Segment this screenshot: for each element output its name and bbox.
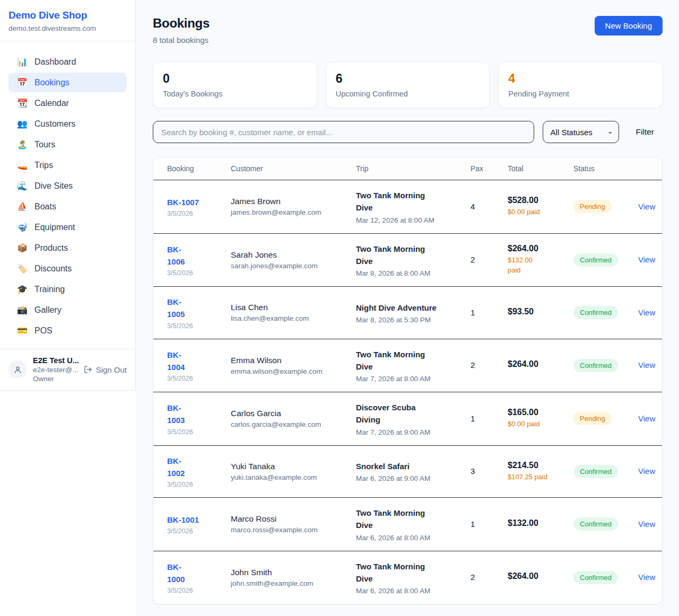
status-badge: Confirmed — [573, 253, 618, 267]
filter-button[interactable]: Filter — [628, 127, 663, 137]
sidebar-item-label: Boats — [34, 202, 56, 212]
sidebar-item-bookings[interactable]: 📅 Bookings — [8, 73, 127, 92]
customer-email: carlos.garcia@example.com — [231, 420, 347, 428]
view-link[interactable]: View — [638, 520, 655, 529]
booking-id-link[interactable]: BK-1001 — [167, 514, 222, 526]
user-panel: E2E Test U... e2e-tester@... Owner Sign … — [0, 349, 135, 390]
app-root: Demo Dive Shop demo.test.divestreams.com… — [0, 0, 679, 616]
trip-name: Snorkel Safari — [356, 460, 462, 472]
credit-card-icon: 💳 — [17, 325, 28, 336]
total-amount: $93.50 — [508, 307, 565, 316]
col-header-customer: Customer — [227, 157, 352, 180]
status-badge: Pending — [573, 200, 612, 213]
graduation-cap-icon: 🎓 — [17, 284, 28, 294]
sidebar-item-gallery[interactable]: 📸 Gallery — [8, 300, 127, 320]
table-row: BK-10073/5/2026 James Brownjames.brown@e… — [153, 180, 662, 234]
total-amount: $165.00 — [508, 408, 565, 417]
booking-id-link[interactable]: BK- 1000 — [167, 561, 222, 586]
sidebar-item-label: Customers — [34, 119, 75, 129]
sidebar-item-label: Discounts — [34, 264, 72, 274]
package-icon: 📦 — [17, 243, 28, 253]
booking-date: 3/5/2026 — [167, 210, 222, 217]
customer-name: Sarah Jones — [231, 250, 347, 260]
trip-name: Discover Scuba Diving — [356, 401, 462, 426]
status-badge: Confirmed — [573, 465, 618, 478]
customer-email: emma.wilson@example.com — [231, 367, 347, 375]
bookings-table: Booking Customer Trip Pax Total Status B… — [153, 157, 662, 604]
status-filter-select[interactable]: All Statuses — [543, 121, 619, 143]
user-meta: E2E Test U... e2e-tester@... Owner — [33, 356, 77, 383]
customer-email: james.brown@example.com — [231, 208, 347, 216]
tag-icon: 🏷️ — [17, 263, 28, 274]
sidebar-item-calendar[interactable]: 📆 Calendar — [8, 93, 127, 113]
page-header: Bookings 8 total bookings New Booking — [153, 16, 663, 45]
table-row: BK- 10023/5/2026 Yuki Tanakayuki.tanaka@… — [153, 445, 662, 498]
sailboat-icon: ⛵ — [17, 201, 28, 212]
trip-name: Night Dive Adventure — [356, 302, 462, 314]
sidebar-item-discounts[interactable]: 🏷️ Discounts — [8, 259, 127, 278]
customers-icon: 👥 — [17, 119, 28, 129]
view-link[interactable]: View — [638, 573, 655, 582]
view-link[interactable]: View — [638, 414, 655, 423]
sidebar-item-equipment[interactable]: 🤿 Equipment — [8, 217, 127, 237]
search-input[interactable] — [153, 121, 534, 143]
booking-date: 3/5/2026 — [167, 375, 222, 382]
sidebar-item-boats[interactable]: ⛵ Boats — [8, 197, 127, 216]
avatar — [8, 360, 27, 379]
status-badge: Pending — [573, 412, 612, 425]
user-name: E2E Test U... — [33, 356, 77, 365]
sign-out-button[interactable]: Sign Out — [84, 365, 127, 374]
view-link[interactable]: View — [638, 467, 655, 476]
booking-date: 3/5/2026 — [167, 587, 222, 594]
booking-id-link[interactable]: BK-1007 — [167, 196, 222, 208]
brand-header: Demo Dive Shop demo.test.divestreams.com — [0, 0, 135, 41]
filter-bar: All Statuses ⌄ Filter — [153, 121, 663, 143]
sign-out-label: Sign Out — [96, 365, 127, 374]
pax-count: 2 — [471, 360, 475, 369]
view-link[interactable]: View — [638, 202, 655, 211]
sidebar-item-dive-sites[interactable]: 🌊 Dive Sites — [8, 176, 127, 196]
booking-date: 3/5/2026 — [167, 428, 222, 436]
customer-email: john.smith@example.com — [231, 579, 347, 587]
customer-name: Emma Wilson — [231, 356, 347, 365]
view-link[interactable]: View — [638, 255, 655, 264]
stat-card-pending-payment: 4 Pending Payment — [498, 62, 663, 108]
customer-name: Lisa Chen — [231, 303, 347, 312]
sidebar: Demo Dive Shop demo.test.divestreams.com… — [0, 0, 136, 391]
total-amount: $264.00 — [508, 571, 565, 581]
col-header-actions — [634, 157, 662, 180]
booking-id-link[interactable]: BK- 1005 — [167, 296, 222, 321]
sidebar-item-dashboard[interactable]: 📊 Dashboard — [8, 52, 127, 72]
sidebar-item-customers[interactable]: 👥 Customers — [8, 114, 127, 134]
booking-id-link[interactable]: BK- 1003 — [167, 402, 222, 427]
view-link[interactable]: View — [638, 360, 655, 369]
pax-count: 4 — [471, 202, 475, 211]
sidebar-item-training[interactable]: 🎓 Training — [8, 279, 127, 299]
customer-name: Marco Rossi — [231, 514, 347, 524]
sidebar-item-products[interactable]: 📦 Products — [8, 238, 127, 258]
new-booking-button[interactable]: New Booking — [595, 16, 663, 36]
shop-domain: demo.test.divestreams.com — [8, 24, 127, 32]
pax-count: 2 — [471, 255, 475, 264]
pax-count: 1 — [471, 308, 475, 317]
sidebar-item-trips[interactable]: 🚤 Trips — [8, 155, 127, 175]
booking-id-link[interactable]: BK- 1002 — [167, 455, 222, 480]
table-row: BK-10013/5/2026 Marco Rossimarco.rossi@e… — [153, 498, 662, 551]
booking-id-link[interactable]: BK- 1004 — [167, 349, 222, 374]
col-header-trip: Trip — [352, 157, 466, 180]
sidebar-item-pos[interactable]: 💳 POS — [8, 321, 127, 340]
trip-name: Two Tank Morning Dive — [356, 507, 462, 532]
stat-label: Upcoming Confirmed — [336, 90, 480, 98]
main-content: Bookings 8 total bookings New Booking 0 … — [136, 0, 679, 616]
pax-count: 1 — [471, 414, 475, 423]
view-link[interactable]: View — [638, 308, 655, 317]
customer-name: Carlos Garcia — [231, 409, 347, 418]
sidebar-item-label: Bookings — [34, 78, 69, 87]
sidebar-item-tours[interactable]: 🏝️ Tours — [8, 135, 127, 154]
booking-date: 3/5/2026 — [167, 269, 222, 277]
booking-id-link[interactable]: BK- 1006 — [167, 243, 222, 268]
page-header-text: Bookings 8 total bookings — [153, 16, 210, 45]
camera-icon: 📸 — [17, 305, 28, 315]
table-row: BK- 10003/5/2026 John Smithjohn.smith@ex… — [153, 551, 662, 604]
trip-name: Two Tank Morning Dive — [356, 243, 462, 268]
